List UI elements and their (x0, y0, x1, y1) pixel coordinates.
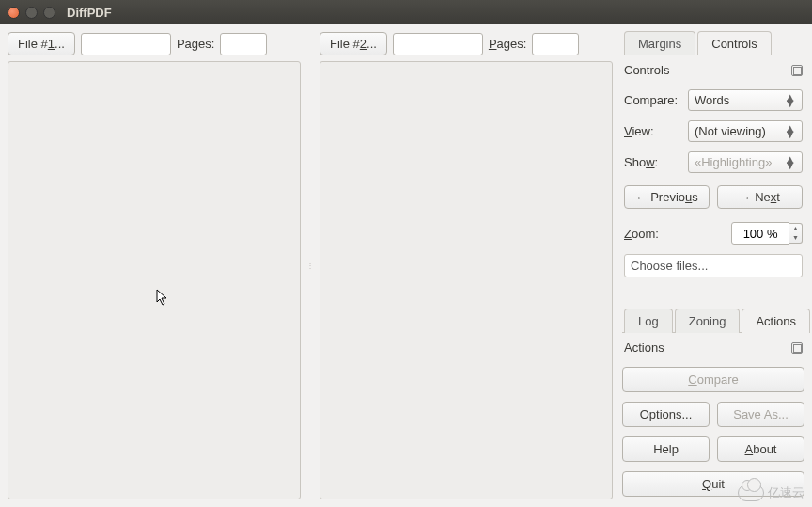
zoom-input[interactable] (731, 222, 789, 245)
next-button[interactable]: → Next (717, 185, 803, 209)
controls-panel-title: Controls (624, 63, 669, 77)
file2-button[interactable]: File #2... (320, 32, 387, 55)
help-button[interactable]: Help (622, 436, 710, 462)
tab-actions[interactable]: Actions (742, 309, 810, 333)
show-select: «Highlighting» ▲▼ (688, 151, 803, 173)
pane-file2: File #2... Pages: (320, 32, 613, 499)
file2-name-input[interactable] (393, 33, 483, 55)
sidebar: Margins Controls Controls Compare: Words… (618, 24, 812, 507)
view-select[interactable]: (Not viewing) ▲▼ (688, 120, 803, 142)
file1-pages-input[interactable] (220, 33, 267, 55)
tab-log[interactable]: Log (624, 309, 673, 333)
arrow-left-icon: ← (635, 191, 647, 204)
chevron-up-icon[interactable]: ▲ (789, 224, 802, 233)
file2-pages-input[interactable] (532, 33, 579, 55)
file1-pages-label: Pages: (177, 37, 214, 51)
maximize-window-button[interactable] (43, 7, 55, 19)
show-value: «Highlighting» (695, 155, 772, 169)
quit-button[interactable]: Quit (622, 471, 804, 497)
view-value: (Not viewing) (695, 124, 766, 138)
about-button[interactable]: About (717, 436, 804, 462)
bottom-tabs: Log Zoning Actions (622, 308, 804, 333)
viewer-1 (8, 61, 301, 499)
top-tabs: Margins Controls (622, 30, 804, 55)
show-label: Show: (624, 155, 682, 169)
status-text: Choose files... (624, 254, 803, 277)
spinner-arrows-icon: ▲▼ (784, 126, 796, 137)
options-button[interactable]: Options... (622, 402, 710, 427)
tab-zoning[interactable]: Zoning (675, 309, 741, 333)
cursor-pointer-icon (156, 289, 169, 309)
main-area: File #1... Pages: ⋮ File #2... Pages: (0, 24, 618, 507)
zoom-label: Zoom: (624, 227, 659, 241)
save-as-button: Save As... (717, 402, 804, 427)
titlebar: DiffPDF (0, 0, 812, 24)
pane-file1: File #1... Pages: (8, 32, 301, 499)
close-window-button[interactable] (8, 7, 20, 19)
spinner-arrows-icon: ▲▼ (784, 157, 796, 168)
arrow-right-icon: → (740, 191, 751, 204)
tab-controls[interactable]: Controls (697, 31, 771, 55)
detach-controls-icon[interactable] (791, 65, 803, 76)
window-buttons (8, 7, 55, 19)
compare-select[interactable]: Words ▲▼ (688, 89, 803, 111)
file1-name-input[interactable] (81, 33, 171, 55)
minimize-window-button[interactable] (25, 7, 38, 19)
file2-pages-label: Pages: (489, 37, 526, 51)
chevron-down-icon[interactable]: ▼ (789, 233, 802, 243)
file1-button[interactable]: File #1... (8, 32, 75, 55)
detach-actions-icon[interactable] (791, 342, 803, 354)
compare-value: Words (695, 93, 729, 107)
splitter-handle[interactable]: ⋮ (308, 32, 312, 499)
window-title: DiffPDF (67, 6, 112, 20)
actions-panel-title: Actions (624, 341, 664, 355)
spinner-arrows-icon: ▲▼ (784, 95, 796, 106)
compare-button: Compare (622, 367, 804, 392)
compare-label: Compare: (624, 93, 682, 107)
viewer-2 (320, 61, 613, 499)
view-label: View: (624, 124, 682, 138)
zoom-spinner[interactable]: ▲▼ (789, 223, 803, 244)
previous-button[interactable]: ← Previous (624, 185, 710, 209)
tab-margins[interactable]: Margins (624, 31, 695, 55)
